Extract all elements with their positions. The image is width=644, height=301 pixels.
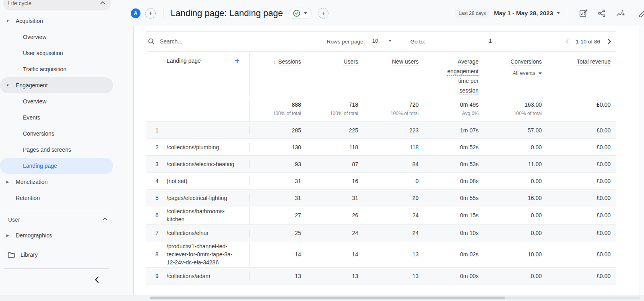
column-header-avg-engagement[interactable]: Average engagement time per session — [419, 52, 479, 97]
column-label: New users — [392, 58, 419, 65]
totals-users: 718100% of total — [301, 101, 358, 122]
next-page-icon[interactable] — [607, 39, 611, 44]
sidebar-item-engagement-overview[interactable]: Overview — [0, 93, 113, 109]
sidebar-item-acquisition-overview[interactable]: Overview — [0, 29, 113, 45]
sidebar-item-label: Overview — [23, 34, 46, 40]
sidebar-divider — [4, 211, 109, 211]
sidebar-item-traffic-acquisition[interactable]: Traffic acquisition — [0, 61, 113, 77]
new-users-cell: 118 — [358, 143, 419, 151]
collapse-sidebar-icon[interactable] — [95, 276, 99, 283]
sessions-cell: 25 — [250, 229, 301, 237]
chevron-expanded-icon[interactable]: ▼ — [5, 19, 10, 23]
row-index: 2 — [146, 143, 167, 151]
add-report-button[interactable]: + — [318, 8, 328, 19]
edit-pencil-icon[interactable] — [638, 8, 644, 18]
date-range-selector[interactable]: May 1 - May 28, 2023 — [494, 10, 553, 16]
goto-page-input[interactable] — [430, 37, 551, 45]
chevron-collapsed-icon[interactable]: ▶ — [5, 233, 10, 237]
table-row: 5/pages/electrical-lighting3131290m 55s1… — [146, 190, 616, 206]
column-label: Sessions — [278, 58, 301, 65]
chevron-up-icon[interactable] — [100, 1, 105, 4]
conversions-cell: 0.00 — [479, 211, 542, 219]
new-users-cell: 24 — [358, 229, 419, 237]
sessions-cell: 13 — [250, 272, 301, 280]
column-header-new-users[interactable]: New users — [358, 52, 419, 97]
users-cell: 87 — [301, 160, 358, 168]
customize-report-icon[interactable] — [579, 9, 588, 18]
totals-new-users: 720100% of total — [358, 101, 419, 122]
column-header-users[interactable]: Users — [301, 52, 358, 97]
table-row: 4(not set)311600m 08s0.00£0.00 — [146, 173, 616, 190]
search-input[interactable] — [160, 38, 281, 45]
search-icon — [148, 38, 155, 45]
horizontal-scrollbar-track[interactable] — [505, 297, 640, 299]
avg-engagement-cell: 0m 55s — [419, 194, 479, 202]
collection-lifecycle-header[interactable]: Life cycle — [3, 0, 111, 10]
table-row: 8/products/1-channel-led-reciever-for-8m… — [146, 241, 616, 268]
add-comparison-button[interactable]: + — [145, 8, 156, 19]
sidebar-item-user-acquisition[interactable]: User acquisition — [0, 45, 113, 61]
sidebar-item-monetization[interactable]: ▶ Monetization — [0, 174, 113, 190]
add-dimension-icon[interactable]: + — [235, 57, 239, 65]
sidebar-item-library[interactable]: Library — [0, 246, 113, 264]
table-totals-row: 888100% of total 718100% of total 720100… — [146, 97, 616, 122]
users-cell: 13 — [301, 272, 358, 280]
total-revenue-cell: £0.00 — [542, 194, 611, 202]
avg-engagement-cell: 1m 07s — [419, 126, 479, 134]
users-cell: 24 — [301, 229, 358, 237]
column-header-sessions[interactable]: ↓Sessions — [250, 52, 301, 97]
sidebar-item-demographics[interactable]: ▶ Demographics — [0, 227, 113, 243]
avatar[interactable]: A — [131, 8, 140, 18]
sidebar-item-events[interactable]: Events — [0, 109, 113, 126]
avg-engagement-cell: 0m 00s — [419, 272, 479, 280]
sidebar-item-label: User acquisition — [23, 50, 63, 56]
pagination-controls: Rows per page: 10 Go to: 1-10 of 86 — [327, 37, 616, 46]
rows-per-page-select[interactable]: 10 — [369, 37, 393, 46]
conversions-cell: 0.00 — [479, 143, 542, 151]
sessions-cell: 14 — [250, 250, 301, 258]
users-cell: 225 — [301, 126, 358, 134]
users-cell: 118 — [301, 143, 358, 151]
total-revenue-cell: £0.00 — [542, 126, 611, 134]
avg-engagement-cell: 0m 52s — [419, 143, 479, 151]
collection-user-header[interactable]: User — [0, 212, 113, 227]
sessions-cell: 31 — [250, 177, 301, 185]
conversions-event-filter[interactable]: All events — [513, 69, 542, 77]
column-header-conversions[interactable]: Conversions All events — [479, 52, 542, 97]
sidebar-item-label: Retention — [16, 195, 40, 201]
conversions-cell: 10.00 — [479, 250, 542, 258]
sidebar-item-pages-and-screens[interactable]: Pages and screens — [0, 142, 113, 158]
totals-conversions: 163.00100% of total — [479, 101, 542, 122]
table-toolbar: Rows per page: 10 Go to: 1-10 of 86 — [146, 31, 616, 52]
sidebar-item-acquisition[interactable]: ▼ Acquisition — [0, 13, 113, 29]
report-status-menu[interactable] — [289, 8, 312, 19]
chevron-down-icon — [304, 12, 307, 14]
sidebar-item-label: Acquisition — [16, 18, 43, 24]
avg-engagement-cell: 0m 53s — [419, 160, 479, 168]
row-index: 5 — [146, 194, 167, 202]
vertical-scrollbar[interactable] — [640, 26, 644, 295]
landing-page-cell: /products/1-channel-led-reciever-for-8mm… — [167, 242, 250, 266]
previous-page-icon[interactable] — [565, 39, 569, 44]
chevron-expanded-icon[interactable]: ▼ — [5, 83, 10, 87]
chevron-up-icon[interactable] — [103, 217, 107, 221]
column-header-total-revenue[interactable]: Total revenue — [542, 52, 611, 97]
horizontal-scrollbar-thumb[interactable] — [150, 297, 505, 299]
chevron-down-icon — [539, 72, 542, 74]
sidebar-item-conversions[interactable]: Conversions — [0, 126, 113, 142]
sidebar-item-engagement[interactable]: ▼ Engagement — [0, 77, 113, 93]
share-icon[interactable] — [597, 9, 606, 18]
dimension-column-header[interactable]: Landing page + — [167, 52, 250, 97]
column-label: Users — [343, 58, 358, 65]
goto-label: Go to: — [410, 39, 425, 45]
table-row: 12852252231m 07s57.00£0.00 — [146, 122, 616, 139]
sidebar-item-retention[interactable]: Retention — [0, 190, 113, 206]
chevron-down-icon[interactable] — [557, 12, 560, 14]
chevron-collapsed-icon[interactable]: ▶ — [5, 180, 10, 184]
insights-icon[interactable] — [616, 9, 625, 18]
nav-list: ▼ Acquisition Overview User acquisition … — [0, 13, 113, 269]
dimension-header-label[interactable]: Landing page — [167, 57, 201, 65]
new-users-cell: 24 — [358, 211, 419, 219]
sidebar-item-landing-page-active[interactable]: Landing page — [0, 158, 113, 174]
avg-engagement-cell: 0m 02s — [419, 250, 479, 258]
